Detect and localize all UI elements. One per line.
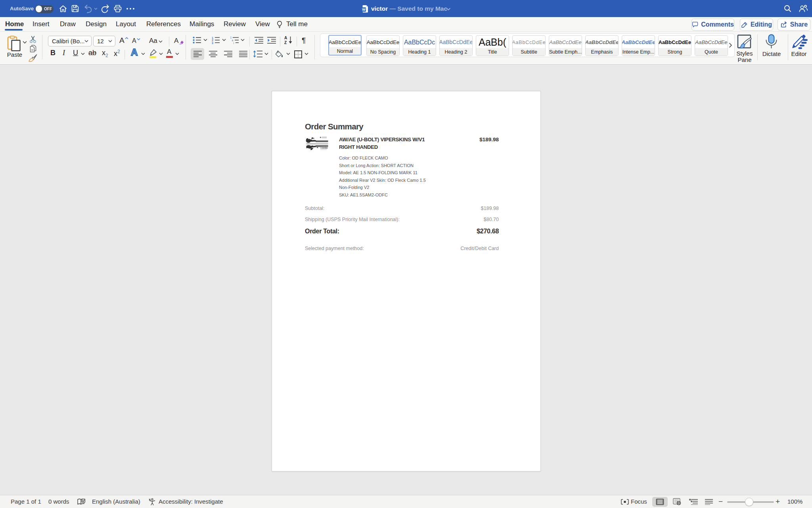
svg-text:1: 1: [230, 36, 232, 39]
svg-text:W: W: [362, 8, 366, 12]
svg-text:i: i: [234, 42, 234, 44]
svg-text:A: A: [284, 36, 287, 40]
svg-text:Z: Z: [284, 40, 287, 44]
svg-text:3: 3: [212, 42, 213, 44]
svg-text:V-SKINS: V-SKINS: [320, 147, 327, 149]
